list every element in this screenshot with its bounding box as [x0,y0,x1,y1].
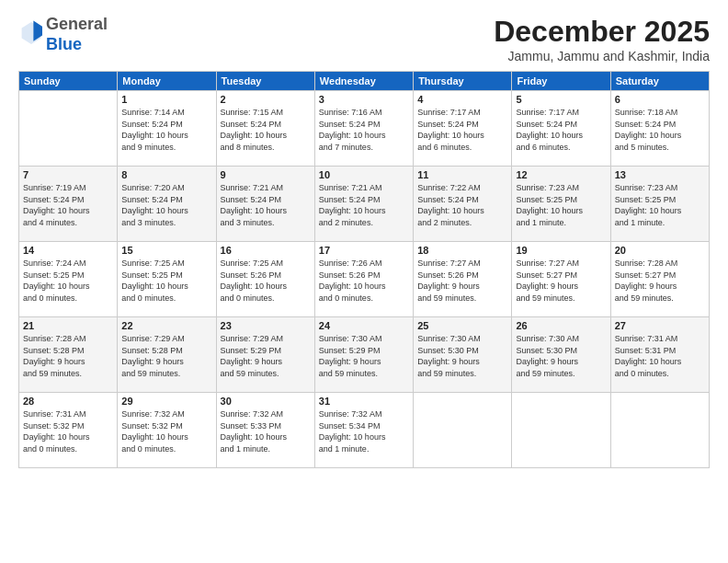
day-number: 5 [516,94,606,105]
calendar-cell: 18Sunrise: 7:27 AM Sunset: 5:26 PM Dayli… [414,242,512,317]
weekday-header: Friday [512,72,610,91]
calendar-cell: 28Sunrise: 7:31 AM Sunset: 5:32 PM Dayli… [19,393,118,468]
day-number: 29 [121,396,211,407]
day-number: 4 [417,94,507,105]
weekday-header: Saturday [610,72,709,91]
day-info: Sunrise: 7:30 AM Sunset: 5:29 PM Dayligh… [319,333,409,379]
day-info: Sunrise: 7:15 AM Sunset: 5:24 PM Dayligh… [221,107,311,153]
day-number: 8 [121,169,211,180]
day-number: 28 [23,396,113,407]
calendar-cell: 9Sunrise: 7:21 AM Sunset: 5:24 PM Daylig… [216,167,314,242]
day-number: 25 [417,320,507,331]
day-number: 22 [121,320,211,331]
day-info: Sunrise: 7:29 AM Sunset: 5:28 PM Dayligh… [121,333,211,379]
day-info: Sunrise: 7:23 AM Sunset: 5:25 PM Dayligh… [516,182,606,228]
calendar-cell: 12Sunrise: 7:23 AM Sunset: 5:25 PM Dayli… [512,167,610,242]
calendar-cell [414,393,512,468]
calendar-cell: 15Sunrise: 7:25 AM Sunset: 5:25 PM Dayli… [118,242,216,317]
day-number: 23 [221,320,311,331]
day-info: Sunrise: 7:31 AM Sunset: 5:32 PM Dayligh… [23,408,113,454]
day-info: Sunrise: 7:14 AM Sunset: 5:24 PM Dayligh… [121,107,211,153]
header-row: SundayMondayTuesdayWednesdayThursdayFrid… [19,72,710,91]
calendar-cell: 3Sunrise: 7:16 AM Sunset: 5:24 PM Daylig… [314,91,413,167]
calendar-cell [512,393,610,468]
day-info: Sunrise: 7:27 AM Sunset: 5:26 PM Dayligh… [417,258,507,304]
calendar-cell [610,393,709,468]
calendar-cell: 20Sunrise: 7:28 AM Sunset: 5:27 PM Dayli… [610,242,709,317]
calendar-cell: 30Sunrise: 7:32 AM Sunset: 5:33 PM Dayli… [216,393,314,468]
calendar-body: 1Sunrise: 7:14 AM Sunset: 5:24 PM Daylig… [19,91,710,468]
day-info: Sunrise: 7:23 AM Sunset: 5:25 PM Dayligh… [615,182,705,228]
day-info: Sunrise: 7:32 AM Sunset: 5:33 PM Dayligh… [221,408,311,454]
calendar-cell: 5Sunrise: 7:17 AM Sunset: 5:24 PM Daylig… [512,91,610,167]
day-info: Sunrise: 7:17 AM Sunset: 5:24 PM Dayligh… [516,107,606,153]
calendar-cell: 2Sunrise: 7:15 AM Sunset: 5:24 PM Daylig… [216,91,314,167]
calendar-cell: 25Sunrise: 7:30 AM Sunset: 5:30 PM Dayli… [414,317,512,393]
day-info: Sunrise: 7:16 AM Sunset: 5:24 PM Dayligh… [319,107,409,153]
day-number: 11 [417,169,507,180]
calendar-cell: 11Sunrise: 7:22 AM Sunset: 5:24 PM Dayli… [414,167,512,242]
calendar-week-row: 1Sunrise: 7:14 AM Sunset: 5:24 PM Daylig… [19,91,710,167]
day-info: Sunrise: 7:19 AM Sunset: 5:24 PM Dayligh… [23,182,113,228]
day-info: Sunrise: 7:21 AM Sunset: 5:24 PM Dayligh… [221,182,311,228]
day-info: Sunrise: 7:18 AM Sunset: 5:24 PM Dayligh… [615,107,705,153]
calendar-cell: 24Sunrise: 7:30 AM Sunset: 5:29 PM Dayli… [314,317,413,393]
day-info: Sunrise: 7:25 AM Sunset: 5:25 PM Dayligh… [121,258,211,304]
calendar-cell: 21Sunrise: 7:28 AM Sunset: 5:28 PM Dayli… [19,317,118,393]
calendar-cell: 10Sunrise: 7:21 AM Sunset: 5:24 PM Dayli… [314,167,413,242]
calendar-cell: 19Sunrise: 7:27 AM Sunset: 5:27 PM Dayli… [512,242,610,317]
day-number: 27 [615,320,705,331]
day-number: 7 [23,169,113,180]
day-info: Sunrise: 7:22 AM Sunset: 5:24 PM Dayligh… [417,182,507,228]
calendar-week-row: 7Sunrise: 7:19 AM Sunset: 5:24 PM Daylig… [19,167,710,242]
day-info: Sunrise: 7:32 AM Sunset: 5:32 PM Dayligh… [121,408,211,454]
calendar-cell: 23Sunrise: 7:29 AM Sunset: 5:29 PM Dayli… [216,317,314,393]
day-info: Sunrise: 7:20 AM Sunset: 5:24 PM Dayligh… [121,182,211,228]
weekday-header: Tuesday [216,72,314,91]
page: General Blue December 2025 Jammu, Jammu … [0,0,728,563]
calendar-cell: 8Sunrise: 7:20 AM Sunset: 5:24 PM Daylig… [118,167,216,242]
day-info: Sunrise: 7:29 AM Sunset: 5:29 PM Dayligh… [221,333,311,379]
weekday-header: Sunday [19,72,118,91]
calendar-header: SundayMondayTuesdayWednesdayThursdayFrid… [19,72,710,91]
calendar-week-row: 21Sunrise: 7:28 AM Sunset: 5:28 PM Dayli… [19,317,710,393]
day-number: 2 [221,94,311,105]
weekday-header: Monday [118,72,216,91]
calendar-week-row: 28Sunrise: 7:31 AM Sunset: 5:32 PM Dayli… [19,393,710,468]
day-number: 17 [319,245,409,256]
day-number: 3 [319,94,409,105]
day-number: 21 [23,320,113,331]
day-info: Sunrise: 7:28 AM Sunset: 5:27 PM Dayligh… [615,258,705,304]
day-number: 20 [615,245,705,256]
weekday-header: Thursday [414,72,512,91]
calendar-cell: 27Sunrise: 7:31 AM Sunset: 5:31 PM Dayli… [610,317,709,393]
calendar-cell: 16Sunrise: 7:25 AM Sunset: 5:26 PM Dayli… [216,242,314,317]
weekday-header: Wednesday [314,72,413,91]
location: Jammu, Jammu and Kashmir, India [494,49,710,63]
calendar-cell: 14Sunrise: 7:24 AM Sunset: 5:25 PM Dayli… [19,242,118,317]
calendar-cell: 6Sunrise: 7:18 AM Sunset: 5:24 PM Daylig… [610,91,709,167]
day-number: 9 [221,169,311,180]
day-number: 12 [516,169,606,180]
day-number: 6 [615,94,705,105]
calendar-week-row: 14Sunrise: 7:24 AM Sunset: 5:25 PM Dayli… [19,242,710,317]
day-number: 15 [121,245,211,256]
day-info: Sunrise: 7:31 AM Sunset: 5:31 PM Dayligh… [615,333,705,379]
calendar-cell: 17Sunrise: 7:26 AM Sunset: 5:26 PM Dayli… [314,242,413,317]
day-number: 30 [221,396,311,407]
day-number: 10 [319,169,409,180]
day-number: 13 [615,169,705,180]
header: General Blue December 2025 Jammu, Jammu … [18,15,710,63]
month-title: December 2025 [494,15,710,49]
title-block: December 2025 Jammu, Jammu and Kashmir, … [494,15,710,63]
day-number: 18 [417,245,507,256]
calendar-cell: 4Sunrise: 7:17 AM Sunset: 5:24 PM Daylig… [414,91,512,167]
calendar-cell: 22Sunrise: 7:29 AM Sunset: 5:28 PM Dayli… [118,317,216,393]
calendar-cell: 26Sunrise: 7:30 AM Sunset: 5:30 PM Dayli… [512,317,610,393]
day-info: Sunrise: 7:28 AM Sunset: 5:28 PM Dayligh… [23,333,113,379]
day-info: Sunrise: 7:24 AM Sunset: 5:25 PM Dayligh… [23,258,113,304]
calendar-cell: 7Sunrise: 7:19 AM Sunset: 5:24 PM Daylig… [19,167,118,242]
calendar-cell: 13Sunrise: 7:23 AM Sunset: 5:25 PM Dayli… [610,167,709,242]
day-info: Sunrise: 7:26 AM Sunset: 5:26 PM Dayligh… [319,258,409,304]
logo-general-text: General [46,15,108,33]
